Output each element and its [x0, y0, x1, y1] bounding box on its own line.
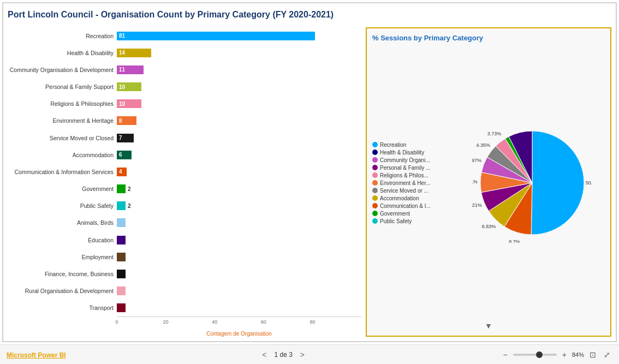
x-axis-label: Contagem de Organisation	[117, 330, 361, 337]
bar-chart-inner: Recreation81Health & Disability14Communi…	[8, 27, 361, 317]
bar-label: Finance, Income, Business	[8, 271, 117, 277]
bar-label: Recreation	[8, 33, 117, 39]
bar-fill[interactable]: 7	[117, 134, 134, 142]
prev-page-button[interactable]: <	[259, 349, 270, 360]
bar-fill[interactable]	[117, 270, 126, 278]
bar-container	[117, 252, 361, 262]
bar-fill[interactable]	[117, 253, 126, 261]
zoom-slider[interactable]	[513, 354, 557, 356]
bar-label: Employment	[8, 254, 117, 260]
bar-fill[interactable]: 11	[117, 65, 144, 74]
bar-row: Transport	[8, 302, 361, 314]
legend-color-dot	[372, 188, 378, 193]
bar-container	[117, 235, 361, 245]
bar-row: Religions & Philosophies10	[8, 98, 361, 110]
legend-label: Religions & Philos...	[380, 172, 428, 178]
pie-label: 6.83%	[482, 224, 496, 229]
bar-row: Communication & Information Services4	[8, 166, 361, 178]
x-axis: 020406080	[117, 317, 361, 330]
legend-color-dot	[372, 150, 378, 155]
zoom-in-button[interactable]: +	[560, 349, 569, 360]
bar-fill[interactable]: 6	[117, 151, 132, 159]
powerbi-brand[interactable]: Microsoft Power BI	[7, 350, 66, 360]
bar-row: Employment	[8, 251, 361, 263]
bar-container: 2	[117, 184, 361, 194]
bar-label: Health & Disability	[8, 50, 117, 56]
zoom-out-button[interactable]: −	[501, 349, 510, 360]
fit-page-button[interactable]: ⊡	[587, 349, 598, 360]
legend-color-dot	[372, 203, 378, 208]
bar-value-label: 2	[128, 186, 131, 192]
pie-label: 4.97%	[472, 158, 481, 163]
legend-label: Communication & I...	[380, 203, 431, 209]
pie-slice[interactable]	[531, 131, 584, 235]
page-nav: < 1 de 3 >	[259, 349, 308, 360]
pie-label: 3.73%	[487, 131, 502, 136]
bar-label: Government	[8, 186, 117, 192]
legend-label: Public Safety	[380, 218, 412, 224]
pie-title: % Sessions by Primary Category	[372, 34, 605, 42]
legend-item: Government	[372, 211, 460, 217]
bar-row: Public Safety2	[8, 200, 361, 212]
pie-svg-area: 50.31%8.7%6.83%6.21%6.21%4.97%4.35%3.73%	[460, 123, 605, 243]
bar-container: 7	[117, 133, 361, 143]
legend-item: Personal & Family ...	[372, 165, 460, 171]
bar-container: 10	[117, 99, 361, 109]
expand-button[interactable]: ⤢	[602, 349, 612, 360]
bar-row: Accommodation6	[8, 149, 361, 161]
bar-row: Finance, Income, Business	[8, 268, 361, 280]
bar-container	[117, 303, 361, 313]
bar-fill[interactable]: 81	[117, 32, 315, 40]
bar-fill[interactable]	[117, 236, 126, 244]
bar-container: 2	[117, 201, 361, 211]
x-axis-tick: 20	[163, 319, 169, 325]
bar-row: Rural Organisation & Development	[8, 285, 361, 297]
bar-label: Public Safety	[8, 202, 117, 209]
legend-color-dot	[372, 218, 378, 224]
bar-row: Personal & Family Support10	[8, 81, 361, 93]
bar-container: 11	[117, 65, 361, 75]
legend-color-dot	[372, 172, 378, 178]
bar-fill[interactable]: 14	[117, 49, 151, 57]
legend-item: Recreation	[372, 142, 460, 148]
legend-color-dot	[372, 157, 378, 163]
legend-label: Environment & Her...	[380, 180, 430, 186]
bar-container	[117, 218, 361, 228]
bar-fill[interactable]	[117, 287, 126, 295]
legend-item: Public Safety	[372, 218, 460, 224]
bar-fill[interactable]: 4	[117, 168, 127, 176]
legend-color-dot	[372, 142, 378, 147]
bar-container: 8	[117, 116, 361, 126]
bar-fill[interactable]	[117, 218, 126, 227]
pie-label: 4.35%	[477, 142, 491, 148]
legend-color-dot	[372, 211, 378, 216]
bar-label: Animals, Birds	[8, 219, 117, 226]
bar-fill[interactable]	[117, 303, 126, 312]
bar-value-label: 2	[128, 203, 131, 209]
bar-fill[interactable]: 10	[117, 99, 141, 108]
legend-label: Community Organi...	[380, 157, 430, 163]
bar-container: 6	[117, 150, 361, 160]
bar-label: Personal & Family Support	[8, 83, 117, 90]
bar-label: Community Organisation & Development	[8, 67, 117, 73]
pie-svg: 50.31%8.7%6.83%6.21%6.21%4.97%4.35%3.73%	[472, 123, 592, 243]
report-area: Port Lincoln Council - Organisation Coun…	[2, 2, 617, 342]
legend-color-dot	[372, 165, 378, 170]
bar-fill[interactable]	[117, 201, 126, 210]
powerbi-text[interactable]: Microsoft Power BI	[7, 351, 66, 359]
pie-label: 6.21%	[472, 202, 482, 208]
next-page-button[interactable]: >	[297, 349, 308, 360]
bar-container	[117, 286, 361, 296]
bar-fill[interactable]: 8	[117, 116, 136, 125]
bar-row: Service Moved or Closed7	[8, 132, 361, 144]
bar-container	[117, 269, 361, 279]
legend-label: Personal & Family ...	[380, 165, 430, 171]
bar-row: Community Organisation & Development11	[8, 64, 361, 76]
bar-fill[interactable]: 10	[117, 82, 141, 91]
legend-item: Service Moved or ...	[372, 188, 460, 194]
x-axis-tick: 80	[310, 319, 315, 325]
zoom-controls: − + 84% ⊡ ⤢	[501, 349, 612, 360]
bar-fill[interactable]	[117, 184, 126, 193]
legend-label: Government	[380, 211, 410, 217]
pie-scroll-indicator: ▼	[372, 321, 605, 330]
